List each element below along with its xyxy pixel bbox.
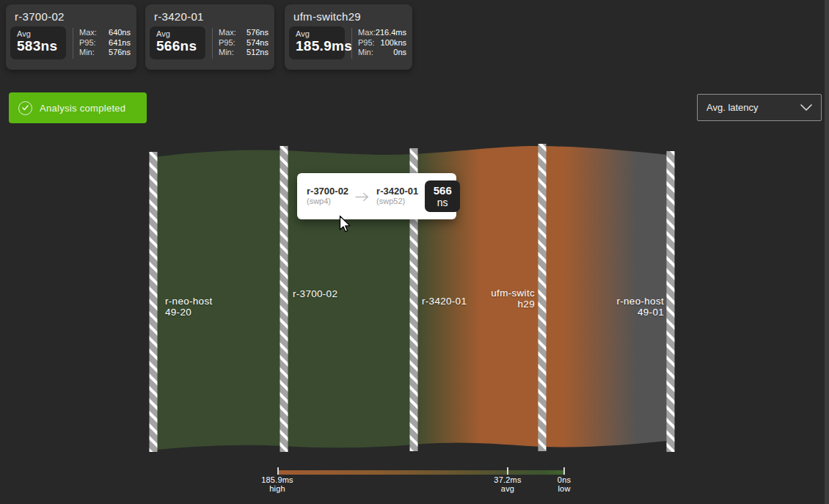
flow-node-label-r-neo-host-49-20: r-neo-host 49-20 [165,296,213,318]
flow-node-bar-r-neo-host-49-01[interactable] [667,151,675,452]
node-label-line: r-neo-host [616,296,664,307]
stat-value: 574ns [246,38,269,48]
latency-value: 566 [431,184,453,197]
stat-label: Max: [358,28,376,38]
divider [351,28,352,59]
avg-latency-box: Avg 583ns [10,26,66,59]
analysis-status-banner: Analysis completed [9,92,147,123]
flow-node-bar-r-neo-host-49-20[interactable] [150,152,158,452]
stat-label: Max: [219,28,236,38]
stat-value: 216.4ms [376,28,406,38]
chevron-down-icon [800,104,812,111]
stat-row-min: Min: 576ns [79,48,131,58]
stat-label: Min: [79,48,95,58]
node-label-line: ufm-switc [491,288,535,299]
stat-card-title: ufm-switch29 [285,4,412,26]
status-text: Analysis completed [40,103,125,114]
stat-list: Max: 640ns P95: 641ns Min: 576ns [79,28,131,58]
flow-node-label-r-neo-host-49-01: r-neo-host 49-01 [616,296,664,318]
legend-word: avg [480,485,536,494]
stat-value: 641ns [109,38,131,48]
legend-value: 37.2ms [480,476,536,485]
legend-label-high: 185.9ms high [249,476,305,493]
flow-node-bar-r-3700-02[interactable] [280,146,288,452]
stat-value: 576ns [246,28,269,38]
tooltip-target: r-3420-01 (swp52) [376,186,418,206]
latency-value-badge: 566 ns [425,180,460,212]
stat-row-p95: P95: 100kns [358,38,406,48]
stat-row-max: Max: 216.4ms [358,28,406,38]
legend-label-avg: 37.2ms avg [480,476,536,493]
target-name: r-3420-01 [376,186,418,196]
stat-list: Max: 216.4ms P95: 100kns Min: 0ns [358,28,406,58]
flow-node-label-ufm-switch29: ufm-switc h29 [491,288,535,310]
stat-label: P95: [358,38,375,48]
stat-list: Max: 576ns P95: 574ns Min: 512ns [219,28,269,58]
stat-value: 512ns [246,48,269,58]
stat-row-min: Min: 512ns [219,48,269,58]
stat-row-max: Max: 576ns [219,28,269,38]
selected-metric: Avg. latency [706,102,759,113]
stat-label: P95: [79,38,96,48]
arrow-right-icon [355,191,370,202]
metric-select-dropdown[interactable]: Avg. latency [697,94,822,121]
stat-row-p95: P95: 574ns [219,38,269,48]
flow-node-bar-ufm-switch29[interactable] [538,144,547,451]
avg-label: Avg [296,29,338,38]
node-label-line: r-neo-host [165,296,213,307]
avg-value: 185.9ms [296,38,352,54]
flow-node-label-r-3700-02: r-3700-02 [293,289,337,300]
legend-value: 185.9ms [249,476,305,485]
stat-label: P95: [219,38,235,48]
stat-value: 100kns [381,38,406,48]
stat-row-max: Max: 640ns [79,28,131,38]
avg-label: Avg [156,29,199,38]
source-name: r-3700-02 [307,186,348,196]
stat-card-r-3700-02: r-3700-02 Avg 583ns Max: 640ns P95: 641n… [6,4,136,70]
legend-label-low: 0ns low [536,476,592,493]
node-label-line: h29 [491,299,535,310]
avg-label: Avg [17,29,59,38]
legend-tick-low [563,467,565,475]
legend-tick-high [277,467,279,475]
node-label-line: r-3700-02 [293,289,337,300]
stat-label: Max: [79,28,97,38]
divider [212,28,213,59]
node-label-line: 49-20 [165,307,213,318]
stat-value: 576ns [109,48,131,58]
mouse-cursor [339,215,351,233]
stat-card-ufm-switch29: ufm-switch29 Avg 185.9ms Max: 216.4ms P9… [285,4,412,70]
divider [73,28,73,59]
latency-unit: ns [431,197,453,208]
legend-word: low [536,485,592,494]
avg-latency-box: Avg 185.9ms [289,26,345,59]
stat-row-p95: P95: 641ns [79,38,131,48]
node-label-line: r-3420-01 [422,296,467,307]
avg-value: 583ns [17,38,57,54]
latency-analysis-app: { "cards": [ { "title": "r-3700-02", "av… [0,0,829,504]
latency-color-scale [277,470,565,475]
flow-node-label-r-3420-01: r-3420-01 [422,296,467,307]
check-circle-icon [18,101,32,115]
scrollbar[interactable] [825,0,829,504]
link-latency-tooltip: r-3700-02 (swp4) r-3420-01 (swp52) 566 n… [297,173,456,219]
source-port: (swp4) [307,197,348,206]
stat-card-title: r-3700-02 [6,4,136,26]
legend-tick-avg [507,467,508,475]
avg-latency-box: Avg 566ns [150,26,205,59]
node-label-line: 49-01 [616,307,664,318]
latency-flow-chart [0,0,829,504]
stat-card-title: r-3420-01 [145,4,274,26]
tooltip-source: r-3700-02 (swp4) [307,186,348,206]
stat-card-r-3420-01: r-3420-01 Avg 566ns Max: 576ns P95: 574n… [145,4,274,70]
stat-row-min: Min: 0ns [358,48,406,58]
target-port: (swp52) [376,197,418,206]
stat-label: Min: [219,48,234,58]
legend-word: high [249,485,305,494]
stat-label: Min: [358,48,373,58]
stat-value: 0ns [393,48,406,58]
avg-value: 566ns [156,38,197,54]
legend-value: 0ns [536,476,592,485]
stat-value: 640ns [109,28,131,38]
